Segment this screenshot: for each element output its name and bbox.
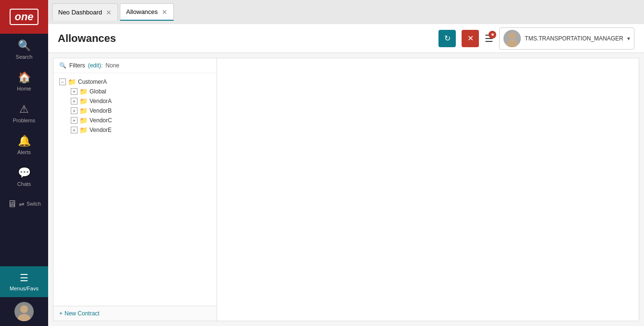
- tree-root-label: CustomerA: [78, 78, 107, 85]
- tab-allowances-close[interactable]: ✕: [162, 9, 167, 15]
- sidebar-item-alerts[interactable]: 🔔 Alerts: [0, 129, 48, 161]
- svg-point-6: [509, 33, 515, 39]
- user-dropdown[interactable]: TMS.TRANSPORTATION_MANAGER ▾: [499, 27, 634, 50]
- filters-label: Filters: [69, 62, 85, 69]
- sidebar-bottom: ☰ Menus/Favs: [0, 266, 48, 326]
- tree-expand-vendore[interactable]: +: [71, 127, 77, 133]
- user-name-label: TMS.TRANSPORTATION_MANAGER: [525, 35, 623, 42]
- tree-expand-vendorb[interactable]: +: [71, 107, 77, 114]
- tab-neo-dashboard-close[interactable]: ✕: [106, 9, 112, 16]
- home-icon: 🏠: [18, 71, 31, 84]
- user-photo-svg: [503, 30, 521, 47]
- tree-node-vendora[interactable]: + 📁 VendorA: [71, 96, 211, 106]
- sidebar-label-chats: Chats: [17, 181, 31, 187]
- menu-button[interactable]: ☰ ★: [485, 33, 493, 44]
- chat-icon: 💬: [18, 167, 31, 179]
- root-folder-icon: 📁: [68, 78, 76, 86]
- tab-neo-dashboard[interactable]: Neo Dashboard ✕: [52, 3, 118, 21]
- menus-favs-label: Menus/Favs: [10, 286, 39, 291]
- sidebar-item-home[interactable]: 🏠 Home: [0, 65, 48, 97]
- panel-footer: + New Contract: [53, 306, 217, 321]
- tree-expand-vendorc[interactable]: +: [71, 117, 77, 124]
- header-right: ↻ ✕ ☰ ★ TMS.TRANSPORT: [438, 27, 634, 50]
- tree-vendora-label: VendorA: [90, 98, 112, 104]
- vendora-folder-icon: 📁: [79, 97, 88, 105]
- tree-node-vendorc[interactable]: + 📁 VendorC: [71, 116, 211, 125]
- svg-rect-7: [507, 40, 517, 47]
- sidebar-item-switch[interactable]: 🖥 ⇌ Switch: [0, 193, 48, 215]
- global-folder-icon: 📁: [79, 88, 88, 95]
- warning-icon: ⚠: [19, 103, 29, 116]
- sidebar: one 🔍 Search 🏠 Home ⚠ Problems 🔔 Alerts …: [0, 0, 48, 326]
- switch-monitor-icon: 🖥: [7, 198, 17, 209]
- tree-panel: 🔍 Filters (edit): None − 📁 CustomerA: [53, 58, 217, 321]
- tree-node-global[interactable]: + 📁 Global: [71, 87, 211, 96]
- user-avatar: [503, 30, 521, 47]
- app-logo[interactable]: one: [0, 0, 48, 34]
- vendorb-folder-icon: 📁: [79, 107, 88, 115]
- sidebar-label-search: Search: [16, 54, 33, 60]
- bell-icon: 🔔: [18, 135, 31, 147]
- sidebar-item-chats[interactable]: 💬 Chats: [0, 161, 48, 193]
- filters-value: None: [105, 62, 119, 69]
- tree-node-vendorb[interactable]: + 📁 VendorB: [71, 106, 211, 116]
- tree-expand-global[interactable]: +: [71, 88, 77, 95]
- refresh-button[interactable]: ↻: [438, 30, 456, 47]
- filter-icon: 🔍: [59, 62, 66, 69]
- logo-text: one: [10, 9, 38, 25]
- main-area: Neo Dashboard ✕ Allowances ✕ Allowances …: [48, 0, 644, 326]
- sidebar-item-problems[interactable]: ⚠ Problems: [0, 97, 48, 129]
- sidebar-label-problems: Problems: [13, 117, 35, 123]
- dropdown-arrow-icon: ▾: [627, 35, 630, 42]
- avatar-svg: [14, 302, 34, 321]
- tree-node-root[interactable]: − 📁 CustomerA: [59, 77, 211, 87]
- panel-inner: 🔍 Filters (edit): None − 📁 CustomerA: [53, 58, 639, 321]
- tab-neo-dashboard-label: Neo Dashboard: [58, 9, 102, 16]
- page-title: Allowances: [58, 32, 116, 45]
- content-panel: 🔍 Filters (edit): None − 📁 CustomerA: [53, 58, 639, 321]
- plus-icon: +: [59, 310, 63, 317]
- tree-global-label: Global: [90, 88, 106, 95]
- search-icon: 🔍: [18, 39, 31, 52]
- svg-point-1: [20, 305, 28, 313]
- tree-vendorb-label: VendorB: [90, 107, 112, 114]
- tree-container: − 📁 CustomerA + 📁 Global: [53, 73, 217, 306]
- close-button[interactable]: ✕: [462, 30, 479, 47]
- right-panel: [217, 58, 639, 321]
- tab-bar: Neo Dashboard ✕ Allowances ✕: [48, 0, 644, 24]
- vendore-folder-icon: 📁: [79, 126, 88, 134]
- workspace: 🔍 Filters (edit): None − 📁 CustomerA: [48, 53, 644, 326]
- tree-children: + 📁 Global + 📁 VendorA: [59, 87, 211, 135]
- filters-bar: 🔍 Filters (edit): None: [53, 58, 217, 73]
- notification-badge: ★: [489, 31, 496, 39]
- tree-node-vendore[interactable]: + 📁 VendorE: [71, 125, 211, 135]
- content-header: Allowances ↻ ✕ ☰ ★: [48, 24, 644, 53]
- sidebar-user-avatar[interactable]: [0, 297, 48, 326]
- tree-expand-root[interactable]: −: [59, 78, 66, 85]
- sidebar-label-alerts: Alerts: [17, 149, 31, 155]
- tree-expand-vendora[interactable]: +: [71, 98, 77, 104]
- sidebar-label-home: Home: [17, 86, 31, 91]
- new-contract-label: New Contract: [64, 310, 100, 317]
- tab-allowances[interactable]: Allowances ✕: [120, 3, 174, 21]
- tab-allowances-label: Allowances: [126, 8, 158, 15]
- switch-icon: ⇌: [19, 200, 25, 208]
- sidebar-item-search[interactable]: 🔍 Search: [0, 34, 48, 65]
- tree-vendorc-label: VendorC: [90, 117, 112, 124]
- refresh-icon: ↻: [444, 34, 451, 43]
- avatar-circle: [14, 302, 34, 321]
- sidebar-item-menus-favs[interactable]: ☰ Menus/Favs: [0, 266, 48, 297]
- tree-vendore-label: VendorE: [90, 127, 112, 133]
- hamburger-icon: ☰: [20, 272, 28, 284]
- new-contract-link[interactable]: + New Contract: [59, 310, 100, 317]
- vendorc-folder-icon: 📁: [79, 117, 88, 124]
- close-icon: ✕: [467, 34, 474, 43]
- filters-edit-link[interactable]: (edit):: [88, 62, 103, 69]
- sidebar-label-switch: Switch: [26, 201, 40, 207]
